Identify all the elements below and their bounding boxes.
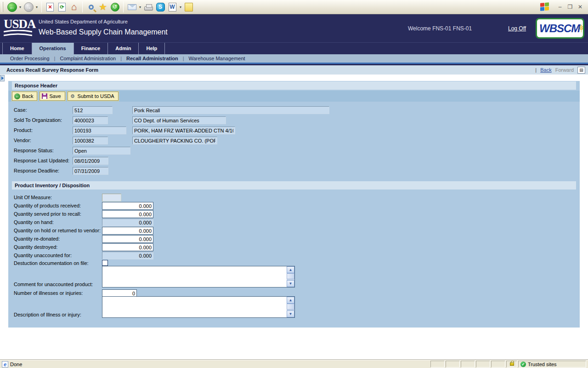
qty-unaccounted-field[interactable] [102,252,153,259]
back-dropdown-icon[interactable]: ▾ [18,5,23,9]
status-panel [476,361,490,368]
print-button[interactable] [142,1,154,13]
sold-to-label: Sold To Organization: [14,117,62,123]
scroll-thumb[interactable] [287,304,294,310]
tab-admin[interactable]: Admin [108,43,139,55]
field-row-qty-destroyed: Quantity destroyed: [8,243,580,252]
save-label: Save [49,93,61,99]
status-panel [446,361,460,368]
toolbar-grip[interactable] [2,2,3,12]
field-row-qty-on-hand: Quantity on hand: [8,218,580,227]
scroll-thumb[interactable] [287,273,294,279]
collapse-panel-arrow[interactable] [0,75,5,81]
subnav-warehouse-management[interactable]: Warehouse Management [184,56,250,61]
recall-survey-form-panel: Response Header ← Back Save ⚙ Submit to … [8,81,580,328]
qty-destroyed-field[interactable] [102,243,153,251]
vendor-code-field[interactable] [73,137,108,144]
last-updated-field[interactable] [73,157,108,165]
floppy-disk-icon [42,93,47,99]
chevron-right-icon [1,76,4,80]
field-row-qty-unaccounted: Quantity unaccounted for: [8,252,580,260]
save-button[interactable]: Save [40,92,65,101]
qty-on-hand-label: Quantity on hand: [14,219,54,225]
research-button[interactable] [183,1,195,13]
uom-field[interactable] [102,194,121,201]
edit-word-button[interactable]: W [166,1,178,13]
destruction-doc-checkbox[interactable] [102,260,108,266]
edit-dropdown-icon[interactable]: ▾ [178,5,183,9]
logoff-link[interactable]: Log Off [508,25,526,32]
search-icon [89,5,94,10]
section-response-header: Response Header [12,81,576,90]
back-arrow-icon: ← [14,93,20,99]
qty-on-hand-field[interactable] [102,218,153,226]
product-name-field[interactable] [132,126,235,134]
page-options-button[interactable]: ▤ [577,67,585,74]
mail-dropdown-icon[interactable]: ▾ [138,5,142,9]
history-icon: ↺ [111,3,119,12]
mail-button[interactable] [126,1,138,13]
back-icon: ← [7,2,17,12]
sold-to-name-field[interactable] [132,116,226,124]
vendor-name-field[interactable] [132,137,217,144]
page-back-link[interactable]: Back [540,67,551,73]
field-row-deadline: Response Deadline: [8,167,580,175]
messenger-button[interactable]: S [154,1,166,13]
field-row-product: Product: [8,126,580,135]
subnav-complaint-administration[interactable]: Complaint Administration [55,56,120,61]
qty-redonated-field[interactable] [102,235,153,243]
qty-served-field[interactable] [102,210,153,218]
forward-dropdown-icon[interactable]: ▾ [34,5,39,9]
qty-destroyed-label: Quantity destroyed: [14,244,57,250]
case-label: Case: [14,107,27,113]
deadline-field[interactable] [73,167,108,175]
browser-forward-button[interactable]: → [23,1,34,13]
refresh-button[interactable]: ⟳ [56,1,68,13]
search-button[interactable] [85,1,97,13]
illness-desc-textarea-wrap: ▲ ▼ [102,296,295,318]
submit-to-usda-button[interactable]: ⚙ Submit to USDA [68,92,119,101]
favorites-star-icon: ★ [99,1,107,12]
scroll-up-icon[interactable]: ▲ [287,266,294,273]
minimize-button[interactable]: – [556,3,564,11]
history-divider: | [535,67,537,73]
stop-button[interactable]: ✕ [44,1,56,13]
restore-button[interactable]: ❐ [566,3,574,11]
deadline-label: Response Deadline: [14,168,59,173]
scroll-down-icon[interactable]: ▼ [287,280,294,287]
form-back-button[interactable]: ← Back [12,92,37,101]
browser-toolbar: ← ▾ → ▾ ✕ ⟳ ⌂ ★ ↺ ▾ S W ▾ – ❐ ✕ [0,0,588,14]
field-row-illness-desc: Description of Illness or injury: ▲ ▼ [8,296,580,319]
comment-textarea[interactable] [102,266,287,287]
close-button[interactable]: ✕ [576,3,584,11]
tab-home[interactable]: Home [2,43,32,55]
status-bar: e Done ✓ Trusted sites [0,360,588,368]
scroll-up-icon[interactable]: ▲ [287,297,294,304]
sold-to-code-field[interactable] [73,116,108,124]
illness-desc-textarea[interactable] [102,297,287,317]
wheat-icon [580,19,583,38]
scroll-down-icon[interactable]: ▼ [287,310,294,317]
history-button[interactable]: ↺ [109,1,121,13]
subnav-order-processing[interactable]: Order Processing [6,56,54,61]
home-button[interactable]: ⌂ [68,1,80,13]
response-status-field[interactable] [73,147,130,155]
browser-back-button[interactable]: ← [6,1,18,13]
subnav-recall-administration[interactable]: Recall Administration [122,56,183,61]
tab-operations[interactable]: Operations [32,43,74,55]
qty-received-field[interactable] [102,202,153,210]
tab-finance[interactable]: Finance [74,43,108,55]
product-code-field[interactable] [73,126,126,134]
case-description-field[interactable] [132,106,329,114]
page-forward-link: Forward [555,67,574,73]
qty-on-hold-field[interactable] [102,227,153,235]
tab-help[interactable]: Help [139,43,165,55]
page-titlebar: Access Recall Survey Response Form | Bac… [0,65,588,75]
uom-label: Unit Of Measure: [14,195,52,200]
favorites-button[interactable]: ★ [97,1,109,13]
submit-gear-icon: ⚙ [70,93,76,99]
illness-desc-label: Description of Illness or injury: [14,312,81,317]
case-number-field[interactable] [73,106,113,114]
form-button-toolbar: ← Back Save ⚙ Submit to USDA [8,91,580,102]
trusted-check-icon: ✓ [520,362,526,367]
